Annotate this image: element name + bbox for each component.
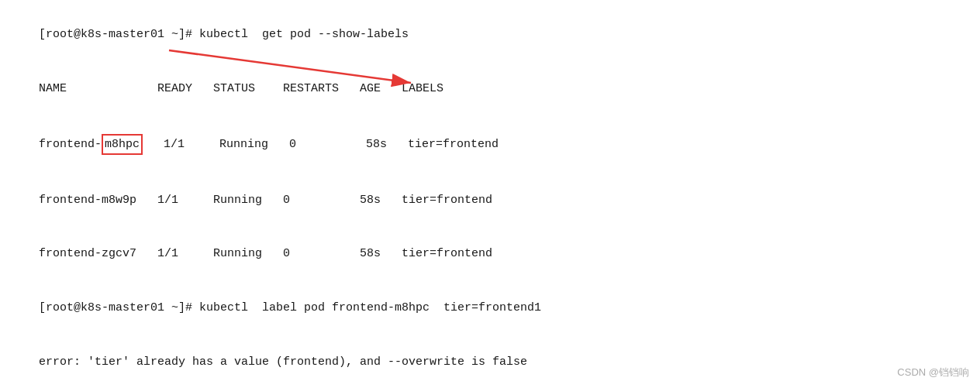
pod-row-rest-1: 1/1 Running 0 58s tier=frontend: [143, 138, 499, 151]
terminal-window: [root@k8s-master01 ~]# kubectl get pod -…: [0, 0, 980, 388]
table-row-1: frontend-m8hpc 1/1 Running 0 58s tier=fr…: [11, 116, 969, 173]
error-line: error: 'tier' already has a value (front…: [11, 335, 969, 389]
prompt-1: [root@k8s-master01 ~]# kubectl get pod -…: [39, 28, 409, 41]
table-header-1: NAME READY STATUS RESTARTS AGE LABELS: [11, 62, 969, 116]
table-row-2: frontend-m8w9p 1/1 Running 0 58s tier=fr…: [11, 173, 969, 227]
pod-name-prefix-1: frontend-: [39, 138, 102, 151]
watermark: CSDN @铛铛响: [897, 365, 969, 380]
command-line-2: [root@k8s-master01 ~]# kubectl label pod…: [11, 281, 969, 335]
table-row-3: frontend-zgcv7 1/1 Running 0 58s tier=fr…: [11, 227, 969, 281]
command-line-1: [root@k8s-master01 ~]# kubectl get pod -…: [11, 8, 969, 62]
highlighted-pod-id: m8hpc: [102, 134, 143, 155]
